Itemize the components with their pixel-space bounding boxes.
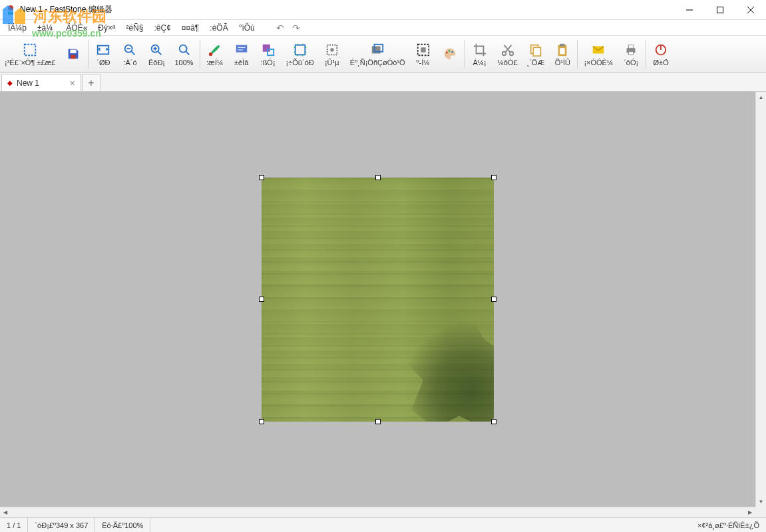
horizontal-scrollbar[interactable]: ◀ ▶ xyxy=(0,507,755,517)
marquee-icon xyxy=(22,42,38,58)
crop-icon xyxy=(472,42,488,58)
minimize-button[interactable] xyxy=(674,0,705,20)
dirty-indicator-icon: ◆ xyxy=(7,79,13,86)
maximize-button[interactable] xyxy=(705,0,735,20)
svg-rect-24 xyxy=(295,45,305,55)
power-icon xyxy=(653,42,669,58)
svg-point-26 xyxy=(330,48,334,52)
menu-effects[interactable]: :êÇ¢ xyxy=(148,22,176,34)
email-icon xyxy=(590,42,606,58)
tab-new-button[interactable]: + xyxy=(82,74,100,91)
zoom-in-icon xyxy=(148,42,164,58)
tool-paste[interactable]: Õ¹ÌÛ xyxy=(549,36,576,72)
tool-crop[interactable]: Á¼¡ xyxy=(467,36,493,72)
handle-bottom-center[interactable] xyxy=(375,419,381,424)
svg-rect-43 xyxy=(628,45,633,49)
svg-rect-37 xyxy=(533,47,540,56)
status-zoom: Ëõ·Å£º100% xyxy=(95,518,150,532)
svg-point-16 xyxy=(179,45,186,53)
menu-color[interactable]: ÄÓÉ« xyxy=(61,22,93,34)
tool-select[interactable]: ¡³É£¨×Ò¶ ±£æ£ xyxy=(0,36,60,72)
menu-bar: ÎÄ¼þ ±à¼­ ÄÓÉ« Ðý×ª ²éÑ§ :êÇ¢ ¤¤â¶ :èÖÃ … xyxy=(0,20,766,36)
tool-canvas[interactable]: ¡÷Õû´óÐ xyxy=(282,36,319,72)
tool-resize[interactable]: :ßÓ¡ xyxy=(255,36,282,72)
app-icon xyxy=(5,5,16,15)
handle-top-left[interactable] xyxy=(259,175,264,180)
menu-tools[interactable]: ¤¤â¶ xyxy=(176,22,204,34)
paste-icon xyxy=(554,42,570,58)
svg-point-18 xyxy=(208,53,212,57)
tool-palette[interactable] xyxy=(437,36,463,72)
status-page: 1 / 1 xyxy=(0,518,28,532)
svg-line-17 xyxy=(186,52,189,55)
status-registration: ×¢²á¸ø£º·ÉÑïÊ±¿Õ xyxy=(691,518,766,532)
text-icon xyxy=(234,42,250,58)
svg-line-10 xyxy=(132,52,135,55)
handle-bottom-left[interactable] xyxy=(259,419,264,424)
menu-rotate[interactable]: Ðý×ª xyxy=(93,22,120,34)
tool-text[interactable]: ±êÌâ xyxy=(228,36,255,72)
handle-top-center[interactable] xyxy=(375,175,381,180)
menu-view[interactable]: ²éÑ§ xyxy=(120,22,148,34)
tool-email[interactable]: ¡×ÓÓÊ¼ xyxy=(579,36,618,72)
tab-close-icon[interactable]: × xyxy=(70,78,75,88)
menu-file[interactable]: ÎÄ¼þ xyxy=(3,22,32,34)
svg-rect-5 xyxy=(25,45,36,56)
tool-zoom-out[interactable]: :À´ó xyxy=(116,36,143,72)
handle-top-right[interactable] xyxy=(491,175,496,180)
tool-zoom-in[interactable]: ËõÐ¡ xyxy=(143,36,170,72)
tool-save[interactable] xyxy=(60,36,87,72)
svg-rect-44 xyxy=(628,52,633,55)
status-bar: 1 / 1 ´óÐ¡£º349 x 367 Ëõ·Å£º100% ×¢²á¸ø£… xyxy=(0,517,766,532)
image-selection-frame[interactable] xyxy=(262,178,494,422)
tool-copy[interactable]: ¸´ÖÆ xyxy=(522,36,550,72)
close-button[interactable] xyxy=(735,0,766,20)
tool-brush[interactable]: :æÍ¼ xyxy=(202,36,228,72)
window-title: New 1 - FastStone 编辑器 xyxy=(20,4,674,15)
svg-point-32 xyxy=(448,50,450,52)
handle-bottom-right[interactable] xyxy=(491,419,496,424)
save-icon xyxy=(65,46,81,62)
canvas-area[interactable] xyxy=(0,92,755,507)
scroll-up-icon[interactable]: ▲ xyxy=(756,92,766,102)
zoom-out-icon xyxy=(122,42,138,58)
svg-rect-27 xyxy=(372,47,381,54)
svg-point-31 xyxy=(446,52,448,54)
copy-icon xyxy=(528,42,544,58)
toolbar: ¡³É£¨×Ò¶ ±£æ£ ´ØÐ :À´ó ËõÐ¡ 100% :æÍ¼ ±ê… xyxy=(0,36,766,73)
tool-zoom-100[interactable]: 100% xyxy=(170,36,198,72)
handle-mid-left[interactable] xyxy=(259,297,264,302)
scroll-right-icon[interactable]: ▶ xyxy=(745,507,755,517)
status-size: ´óÐ¡£º349 x 367 xyxy=(28,518,95,532)
resize-icon xyxy=(260,42,276,58)
tool-fit[interactable]: ´ØÐ xyxy=(90,36,116,72)
svg-rect-39 xyxy=(560,44,565,47)
tool-print[interactable]: ´ôÓ¡ xyxy=(618,36,644,72)
svg-point-33 xyxy=(451,51,453,53)
scroll-left-icon[interactable]: ◀ xyxy=(0,507,11,517)
scroll-corner xyxy=(755,507,766,517)
tool-effects[interactable]: ¡Û¹µ xyxy=(319,36,345,72)
tab-new1[interactable]: ◆ New 1 × xyxy=(1,74,81,91)
vertical-scrollbar[interactable]: ▲ ▼ xyxy=(755,92,766,507)
scroll-down-icon[interactable]: ▼ xyxy=(756,496,766,507)
tool-frame[interactable]: º-Í¼ xyxy=(410,36,437,72)
handle-mid-right[interactable] xyxy=(491,297,496,302)
svg-rect-22 xyxy=(262,45,270,52)
menu-settings[interactable]: :èÖÃ xyxy=(204,22,233,34)
svg-rect-30 xyxy=(421,47,425,52)
frame-icon xyxy=(415,42,431,58)
menu-help[interactable]: °ïÔú xyxy=(234,22,260,34)
print-icon xyxy=(623,42,639,58)
cut-icon xyxy=(500,42,516,58)
tool-cut[interactable]: ¼ôÒ£ xyxy=(493,36,522,72)
redo-icon[interactable]: ↷ xyxy=(289,23,303,33)
tool-close[interactable]: Ø±Ö xyxy=(648,36,674,72)
menu-edit[interactable]: ±à¼­ xyxy=(32,22,61,34)
fit-icon xyxy=(95,42,111,58)
undo-icon[interactable]: ↶ xyxy=(274,23,287,33)
tool-batch[interactable]: Éº¸Ñ¡ÖñÇøÓò¹Ö xyxy=(345,36,410,72)
tab-bar: ◆ New 1 × + xyxy=(0,73,766,92)
tab-title: New 1 xyxy=(17,78,66,88)
svg-point-0 xyxy=(8,5,13,11)
